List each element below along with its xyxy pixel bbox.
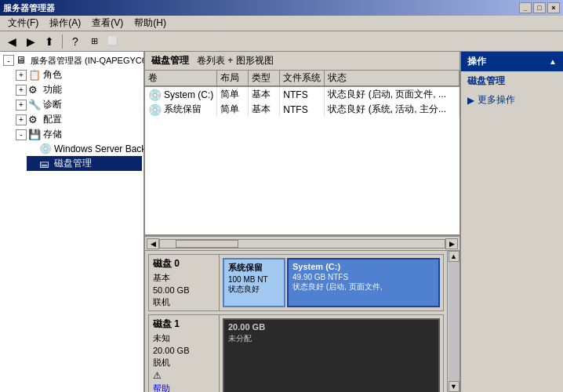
hscroll-track[interactable]: [159, 239, 445, 249]
disk-name-0: 磁盘 0: [153, 257, 215, 270]
diagnostics-icon: 🔧: [28, 99, 41, 111]
minimize-button[interactable]: _: [519, 2, 532, 13]
disk-type-1: 未知: [153, 332, 215, 344]
partition-system-reserved[interactable]: 系统保留 100 MB NT 状态良好: [223, 258, 285, 307]
disk-graphic-area: 磁盘 0 基本 50.00 GB 联机 系统保留 100 MB NT 状态良好 …: [145, 251, 447, 392]
hscroll-right-btn[interactable]: ▶: [445, 238, 458, 249]
cell-fs-1: NTFS: [280, 102, 325, 117]
cell-status-1: 状态良好 (系统, 活动, 主分...: [325, 102, 459, 117]
col-status: 状态: [325, 71, 459, 86]
tree-item-diagnostics[interactable]: + 🔧 诊断: [14, 97, 142, 112]
menu-help[interactable]: 帮助(H): [129, 15, 171, 31]
tree-item-features[interactable]: + ⚙ 功能: [14, 82, 142, 97]
menu-file[interactable]: 文件(F): [3, 15, 43, 31]
menu-action[interactable]: 操作(A): [45, 15, 85, 31]
actions-section-dm: 磁盘管理: [461, 71, 563, 91]
horizontal-scrollbar[interactable]: ◀ ▶: [145, 237, 459, 251]
disk-partitions-0: 系统保留 100 MB NT 状态良好 System (C:) 49.90 GB…: [220, 255, 443, 310]
disk-size-1: 20.00 GB: [153, 346, 215, 355]
actions-title: 操作: [467, 55, 486, 68]
vscroll-down-btn[interactable]: ▼: [449, 381, 459, 392]
tree-label-config: 配置: [43, 113, 62, 126]
refresh-button[interactable]: ⊞: [85, 33, 103, 50]
disk-row-1: 磁盘 1 未知 20.00 GB 脱机 ⚠ 帮助 20.00 GB 未分配: [148, 314, 444, 392]
actions-chevron-icon[interactable]: ▲: [549, 57, 557, 66]
volume-table: 卷 布局 类型 文件系统 状态 💿 System (C:): [145, 71, 459, 117]
dm-header: 磁盘管理 卷列表 + 图形视图: [145, 52, 459, 71]
forward-button[interactable]: ▶: [22, 33, 39, 50]
back-button[interactable]: ◀: [3, 33, 20, 50]
cell-status-0: 状态良好 (启动, 页面文件, ...: [325, 86, 459, 102]
toolbar-separator: [62, 34, 63, 49]
tree-toggle-storage[interactable]: -: [16, 129, 27, 140]
warning-icon-disk1: ⚠: [153, 370, 162, 381]
menu-bar: 文件(F) 操作(A) 查看(V) 帮助(H): [0, 16, 563, 31]
disk-status-1: 脱机: [153, 357, 215, 368]
tree-pane: - 🖥 服务器管理器 (IN-QAPEGYC6) + 📋 角色 + ⚙ 功能 +…: [0, 52, 145, 392]
actions-more-label: 更多操作: [478, 93, 515, 107]
cell-layout-0: 简单: [217, 86, 249, 102]
tree-label-diskmanagement: 磁盘管理: [54, 157, 92, 170]
hscroll-left-btn[interactable]: ◀: [147, 238, 159, 249]
diskmanagement-icon: 🖴: [39, 158, 52, 170]
cell-type-0: 基本: [249, 86, 280, 102]
config-icon: ⚙: [28, 114, 41, 126]
export-button[interactable]: ⬜: [104, 33, 122, 50]
main-layout: - 🖥 服务器管理器 (IN-QAPEGYC6) + 📋 角色 + ⚙ 功能 +…: [0, 52, 563, 392]
table-row[interactable]: 💿 System (C:) 简单 基本 NTFS 状态良好 (启动, 页面文件,…: [145, 86, 459, 102]
menu-view[interactable]: 查看(V): [87, 15, 128, 31]
vscroll-up-btn[interactable]: ▲: [449, 251, 459, 262]
disk-size-0: 50.00 GB: [153, 285, 215, 295]
dm-title: 磁盘管理: [151, 54, 189, 67]
actions-pane: 操作 ▲ 磁盘管理 ▶ 更多操作: [461, 52, 563, 392]
tree-toggle-features[interactable]: +: [16, 85, 27, 96]
cell-type-1: 基本: [249, 102, 280, 117]
close-button[interactable]: ×: [547, 2, 560, 13]
tree-label-backup: Windows Server Backup: [54, 143, 145, 154]
tree-label-features: 功能: [43, 83, 62, 96]
partition-label-sysres: 系统保留: [228, 262, 280, 274]
disk-area-container: 磁盘 0 基本 50.00 GB 联机 系统保留 100 MB NT 状态良好 …: [145, 251, 459, 392]
tree-toggle-diagnostics[interactable]: +: [16, 100, 27, 111]
window-controls[interactable]: _ □ ×: [519, 2, 560, 13]
tree-item-diskmanagement[interactable]: 🖴 磁盘管理: [27, 156, 142, 171]
vertical-scrollbar[interactable]: ▲ ▼: [447, 251, 459, 392]
tree-item-server[interactable]: - 🖥 服务器管理器 (IN-QAPEGYC6): [2, 53, 142, 67]
tree-toggle-server[interactable]: -: [3, 55, 14, 66]
help-button[interactable]: ?: [67, 33, 84, 50]
up-button[interactable]: ⬆: [41, 33, 58, 50]
partition-detail-sysc-2: 状态良好 (启动, 页面文件,: [292, 281, 434, 292]
tree-toggle-config[interactable]: +: [16, 114, 27, 125]
tree-item-backup[interactable]: 💿 Windows Server Backup: [27, 142, 142, 156]
tree-item-roles[interactable]: + 📋 角色: [14, 67, 142, 82]
partition-detail-sysres-2: 状态良好: [228, 284, 280, 295]
center-pane: 磁盘管理 卷列表 + 图形视图 卷 布局 类型 文件系统 状态: [145, 52, 461, 392]
disk-status-0: 联机: [153, 296, 215, 308]
drive-icon-1: 💿: [148, 103, 162, 116]
partition-unallocated[interactable]: 20.00 GB 未分配: [223, 318, 440, 392]
maximize-button[interactable]: □: [533, 2, 546, 13]
table-row[interactable]: 💿 系统保留 简单 基本 NTFS 状态良好 (系统, 活动, 主分...: [145, 102, 459, 117]
tree-item-storage[interactable]: - 💾 存储: [14, 127, 142, 142]
disk-help-link-1[interactable]: 帮助: [153, 383, 215, 392]
actions-link-more[interactable]: ▶ 更多操作: [461, 91, 563, 109]
hscroll-thumb[interactable]: [176, 240, 238, 248]
tree-label-server: 服务器管理器 (IN-QAPEGYC6): [31, 55, 145, 67]
disk-type-0: 基本: [153, 272, 215, 284]
tree-toggle-roles[interactable]: +: [16, 70, 27, 81]
tree-label-diagnostics: 诊断: [43, 98, 62, 111]
title-bar: 服务器管理器 _ □ ×: [0, 0, 563, 16]
partition-label-sysc: System (C:): [292, 262, 434, 271]
dm-view-label: 卷列表 + 图形视图: [197, 54, 274, 67]
partition-detail-sysres-1: 100 MB NT: [228, 275, 280, 284]
drive-icon-0: 💿: [148, 89, 162, 101]
vscroll-track[interactable]: [449, 262, 459, 381]
partition-system-c[interactable]: System (C:) 49.90 GB NTFS 状态良好 (启动, 页面文件…: [287, 258, 440, 307]
tree-item-config[interactable]: + ⚙ 配置: [14, 112, 142, 127]
actions-header: 操作 ▲: [461, 52, 563, 71]
disk-info-1: 磁盘 1 未知 20.00 GB 脱机 ⚠ 帮助: [149, 315, 220, 392]
cell-vol-0: 💿 System (C:): [145, 86, 217, 102]
tree-label-storage: 存储: [43, 128, 62, 141]
partition-detail-sysc-1: 49.90 GB NTFS: [292, 273, 434, 281]
cell-fs-0: NTFS: [280, 86, 325, 102]
